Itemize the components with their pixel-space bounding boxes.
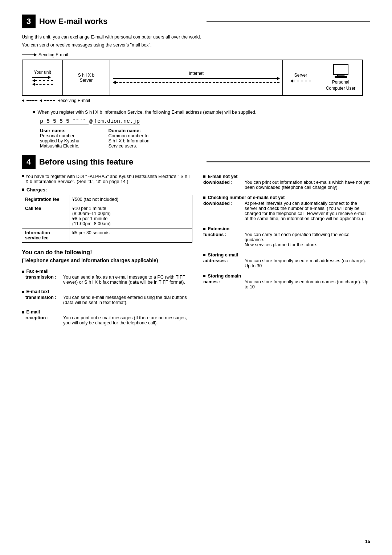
storing-addr-title-row: Storing e-mail bbox=[203, 252, 370, 258]
storing-domain-row: names : You can store frequently used do… bbox=[203, 279, 370, 289]
section4-title-line: Before using this feature bbox=[39, 157, 370, 167]
internet-dashed-arrowhead bbox=[113, 81, 116, 84]
user-name-label: User name: bbox=[40, 128, 66, 133]
section3-title-line: How E-mail works bbox=[39, 17, 370, 26]
email-text-bullet bbox=[22, 291, 24, 293]
receiving-label: Receiving E-mail bbox=[22, 98, 370, 103]
email-example-section: When you register with S h l X b Informa… bbox=[33, 110, 370, 149]
pc-stand bbox=[335, 76, 347, 78]
charges-table: Registration fee ¥500 (tax not included)… bbox=[22, 195, 192, 243]
dashed-left-arrow bbox=[32, 79, 53, 82]
domain-name-col: Domain name: Common number to S h l X b … bbox=[108, 128, 149, 149]
email-text-title: E-mail text bbox=[26, 289, 49, 294]
email-reception-title: E-mail bbox=[26, 309, 40, 315]
email-address-example: p 5 5 5 5 ˜˜˜˜ @ fem.dion.ne.jp User nam… bbox=[40, 118, 370, 149]
email-at: @ bbox=[89, 119, 93, 125]
your-unit-label: Your unit bbox=[34, 70, 51, 75]
extension-row: functions : You can carry out each opera… bbox=[203, 232, 370, 247]
section3: 3 How E-mail works Using this unit, you … bbox=[22, 15, 370, 149]
register-note: When you register with S h l X b Informa… bbox=[33, 110, 370, 115]
user-name-desc2: supplied by Kyushu bbox=[40, 138, 79, 143]
sending-arrow-icon bbox=[22, 54, 36, 55]
info-fee-value: ¥5 per 30 seconds bbox=[69, 228, 192, 242]
internet-dashed-arrow bbox=[113, 81, 279, 84]
checking-title-row: Checking number of e-mails not yet bbox=[203, 195, 370, 200]
email-reception-text: You can print out e-mail messages (If th… bbox=[63, 315, 192, 325]
not-yet-title: E-mail not yet bbox=[208, 174, 237, 179]
receiving-dashed-line bbox=[26, 100, 37, 101]
section3-desc2: You can send or receive messages using t… bbox=[22, 41, 370, 49]
dashed-line bbox=[35, 80, 53, 81]
dashed-left-arrow2 bbox=[32, 83, 53, 86]
section3-title: How E-mail works bbox=[39, 17, 203, 26]
solid-right-arrow bbox=[32, 77, 53, 78]
internet-solid-line bbox=[113, 78, 279, 79]
section4-title: Before using this feature bbox=[39, 157, 203, 167]
domain-name-desc2: S h l X b Information bbox=[108, 138, 149, 143]
charges-tbody: Registration fee ¥500 (tax not included)… bbox=[22, 195, 192, 242]
server-dashed-arrowhead bbox=[290, 80, 293, 82]
solid-arrowhead bbox=[48, 76, 51, 79]
storing-addr-label: addresses : bbox=[203, 258, 243, 268]
storing-domain-feature: Storing domain names : You can store fre… bbox=[203, 274, 370, 289]
internet-label: Internet bbox=[189, 71, 204, 76]
fax-title: Fax e-mail bbox=[26, 269, 48, 274]
receiving-arrowhead bbox=[22, 99, 24, 102]
pc-icon bbox=[333, 64, 348, 78]
reg-fee-value: ¥500 (tax not included) bbox=[69, 195, 192, 204]
checking-number-feature: Checking number of e-mails not yet downl… bbox=[203, 195, 370, 221]
dashed-left-arrowhead2 bbox=[32, 83, 35, 86]
col-left: You have to register with DDI " -ALPHA5"… bbox=[22, 174, 192, 330]
info-fee-label: Information service fee bbox=[22, 228, 69, 242]
storing-addr-bullet bbox=[203, 254, 205, 256]
dashed-line2 bbox=[36, 84, 53, 85]
email-prefix: p 5 5 5 5 ˜˜˜˜ bbox=[40, 118, 89, 125]
diagram-shixb: S h l X b Server bbox=[62, 60, 110, 95]
email-text-row: transmission : You can send e-mail messa… bbox=[25, 295, 192, 305]
diagram-boxes: Your unit bbox=[22, 60, 363, 96]
email-text-label: transmission : bbox=[25, 295, 62, 305]
shixb-label: S h l X b Server bbox=[78, 73, 94, 83]
fax-text: You can send a fax as an e-mail message … bbox=[63, 275, 192, 285]
section4-content: You have to register with DDI " -ALPHA5"… bbox=[22, 174, 370, 330]
fax-title-row: Fax e-mail bbox=[22, 269, 192, 274]
you-can-do-title: You can do the following!(Telephone char… bbox=[22, 248, 192, 265]
you-can-do-section: You can do the following!(Telephone char… bbox=[22, 248, 192, 265]
email-reception-row: reception : You can print out e-mail mes… bbox=[25, 315, 192, 325]
domain-name-label: Domain name: bbox=[108, 128, 141, 133]
storing-domain-title-row: Storing domain bbox=[203, 274, 370, 279]
charges-header: Charges: bbox=[22, 187, 192, 193]
email-text-title-row: E-mail text bbox=[22, 289, 192, 294]
server-label: Server bbox=[294, 73, 307, 78]
email-text-feature: E-mail text transmission : You can send … bbox=[22, 289, 192, 305]
not-yet-label: downloaded : bbox=[203, 180, 243, 190]
email-text-text: You can send e-mail messages entered usi… bbox=[63, 295, 192, 305]
section3-description: Using this unit, you can exchange E-mail… bbox=[22, 33, 370, 49]
not-yet-title-row: E-mail not yet bbox=[203, 174, 370, 179]
storing-domain-label: names : bbox=[203, 279, 243, 289]
section3-number: 3 bbox=[22, 15, 36, 28]
fax-email-feature: Fax e-mail transmission : You can send a… bbox=[22, 269, 192, 285]
section4: 4 Before using this feature You have to … bbox=[22, 155, 370, 330]
storing-domain-bullet bbox=[203, 275, 205, 277]
internet-solid-arrowhead bbox=[277, 77, 280, 80]
extension-bullet bbox=[203, 228, 205, 230]
checking-title: Checking number of e-mails not yet bbox=[208, 195, 285, 200]
diagram-server: Server bbox=[282, 60, 319, 95]
pc-screen bbox=[333, 64, 348, 75]
internet-dashed-line bbox=[116, 82, 279, 83]
storing-addr-row: addresses : You can store frequently use… bbox=[203, 258, 370, 268]
solid-line bbox=[32, 77, 50, 78]
diagram-internet: Internet bbox=[110, 60, 282, 95]
email-reception-feature: E-mail reception : You can print out e-m… bbox=[22, 309, 192, 325]
col-right: E-mail not yet downloaded : You can prin… bbox=[203, 174, 370, 330]
server-dashed-line bbox=[293, 81, 311, 81]
checking-bullet bbox=[203, 197, 205, 199]
extension-title-row: Extension bbox=[203, 226, 370, 231]
section4-number: 4 bbox=[22, 155, 36, 169]
reg-bullet bbox=[22, 175, 24, 177]
receiving-label-text: Receiving E-mail bbox=[57, 98, 90, 103]
fax-row: transmission : You can send a fax as an … bbox=[25, 275, 192, 285]
call-fee-label: Call fee bbox=[22, 204, 69, 228]
section3-header: 3 How E-mail works bbox=[22, 15, 370, 28]
